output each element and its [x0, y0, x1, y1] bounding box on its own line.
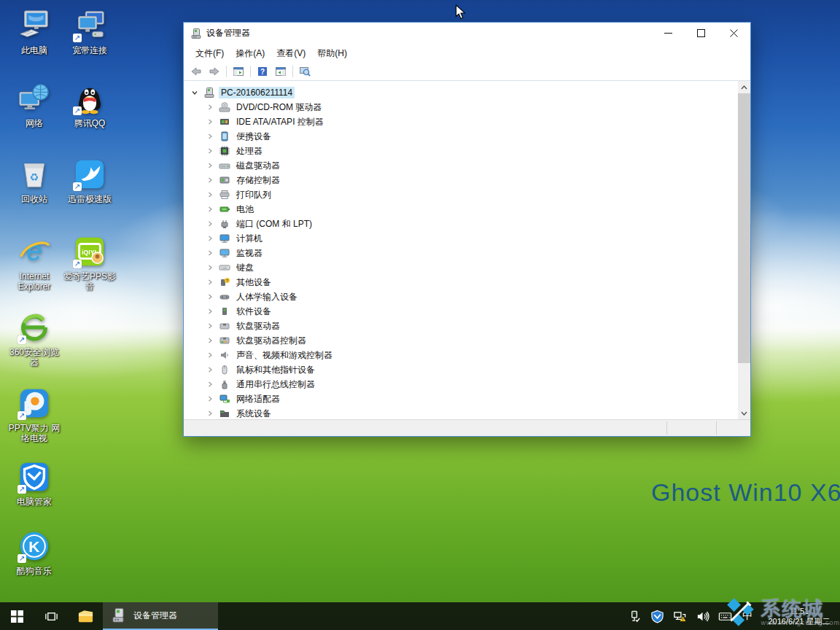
desktop-icon-network-globe[interactable]: 网络: [7, 82, 61, 128]
chevron-right-icon[interactable]: [206, 191, 214, 198]
tree-item[interactable]: 人体学输入设备: [184, 289, 738, 304]
task-view-button[interactable]: [34, 602, 69, 630]
tree-item[interactable]: 网络适配器: [184, 392, 738, 406]
tree-item-label[interactable]: 计算机: [234, 232, 265, 246]
tree-item[interactable]: 电池: [184, 202, 738, 217]
chevron-right-icon[interactable]: [206, 264, 214, 271]
tree-item-label[interactable]: 人体学输入设备: [234, 290, 300, 304]
tree-item-label[interactable]: PC-201606211114: [219, 87, 295, 98]
tree-item-label[interactable]: 端口 (COM 和 LPT): [234, 217, 314, 231]
tree-item[interactable]: DVD/CD-ROM 驱动器: [184, 100, 738, 114]
chevron-right-icon[interactable]: [206, 220, 214, 228]
desktop-icon-pc-manager-shield[interactable]: ↗电脑管家: [7, 460, 61, 507]
chevron-right-icon[interactable]: [206, 235, 214, 242]
file-explorer-button[interactable]: [69, 602, 103, 630]
menu-item-3[interactable]: 帮助(H): [311, 44, 353, 63]
properties-button[interactable]: [273, 64, 289, 79]
back-button[interactable]: [188, 64, 204, 79]
tree-item-label[interactable]: 处理器: [234, 144, 265, 158]
desktop-icon-kugou-music[interactable]: K↗酷狗音乐: [7, 529, 61, 576]
chevron-right-icon[interactable]: [206, 162, 214, 169]
tree-item-label[interactable]: DVD/CD-ROM 驱动器: [234, 101, 324, 114]
scrollbar-track[interactable]: [738, 93, 750, 407]
tree-item[interactable]: 计算机: [184, 231, 738, 246]
help-button[interactable]: ?: [254, 64, 271, 79]
scroll-down-button[interactable]: [738, 407, 750, 419]
tree-item-label[interactable]: 软盘驱动器: [234, 319, 282, 333]
chevron-right-icon[interactable]: [206, 395, 214, 402]
tree-item[interactable]: 存储控制器: [184, 173, 738, 187]
chevron-right-icon[interactable]: [206, 147, 214, 155]
chevron-down-icon[interactable]: [191, 89, 198, 96]
tree-item-label[interactable]: 其他设备: [234, 276, 273, 289]
tree-item-label[interactable]: 通用串行总线控制器: [234, 378, 317, 392]
tree-item-label[interactable]: 便携设备: [234, 130, 273, 144]
tree-item[interactable]: 键盘: [184, 260, 738, 275]
desktop-icon-360-browser[interactable]: ↗360安全浏览器: [7, 311, 61, 368]
security-shield-tray-button[interactable]: [646, 602, 669, 630]
menu-item-1[interactable]: 操作(A): [230, 44, 271, 63]
minimize-button[interactable]: [652, 23, 685, 44]
maximize-button[interactable]: [685, 23, 718, 44]
tree-item[interactable]: 监视器: [184, 246, 738, 260]
volume-tray-button[interactable]: [691, 602, 714, 630]
desktop-icon-iqiyi-pps[interactable]: iQIYI↗爱奇艺PPS影音: [63, 235, 117, 292]
chevron-right-icon[interactable]: [206, 104, 214, 111]
close-button[interactable]: [718, 23, 750, 44]
chevron-right-icon[interactable]: [206, 176, 214, 184]
taskbar-app-device-manager[interactable]: 设备管理器: [103, 602, 218, 630]
vertical-scrollbar[interactable]: [738, 81, 750, 419]
ime-indicator[interactable]: 中: [736, 602, 758, 630]
chevron-right-icon[interactable]: [206, 410, 214, 417]
forward-button[interactable]: [206, 64, 222, 79]
tree-item-label[interactable]: 软件设备: [234, 305, 273, 319]
network-warning-tray-button[interactable]: [669, 602, 691, 630]
tree-item-label[interactable]: 磁盘驱动器: [234, 159, 282, 173]
chevron-right-icon[interactable]: [206, 366, 214, 373]
tree-item[interactable]: 磁盘驱动器: [184, 158, 738, 173]
menu-item-0[interactable]: 文件(F): [190, 44, 230, 63]
touch-keyboard-tray-button[interactable]: [714, 602, 736, 630]
desktop-icon-pptv[interactable]: ↗PPTV聚力 网络电视: [7, 386, 61, 443]
tree-item-root[interactable]: PC-201606211114: [184, 85, 738, 100]
tree-item[interactable]: 鼠标和其他指针设备: [184, 362, 738, 377]
show-console-tree-button[interactable]: [230, 64, 246, 79]
taskbar-clock[interactable]: 11:51 2016/6/21 星期二: [758, 602, 840, 630]
tree-item-label[interactable]: 打印队列: [234, 188, 273, 202]
start-button[interactable]: [0, 602, 34, 630]
desktop-icon-recycle-bin[interactable]: ♻回收站: [7, 158, 61, 204]
tree-item-label[interactable]: IDE ATA/ATAPI 控制器: [234, 115, 326, 129]
chevron-right-icon[interactable]: [206, 293, 214, 300]
usb-device-tray-button[interactable]: [623, 602, 646, 630]
chevron-right-icon[interactable]: [206, 322, 214, 330]
chevron-right-icon[interactable]: [206, 133, 214, 140]
tree-item[interactable]: ?其他设备: [184, 275, 738, 289]
tree-item[interactable]: 系统设备: [184, 406, 738, 419]
chevron-right-icon[interactable]: [206, 279, 214, 286]
chevron-right-icon[interactable]: [206, 249, 214, 257]
tree-item[interactable]: 端口 (COM 和 LPT): [184, 217, 738, 231]
desktop-icon-broadband-connection[interactable]: ↗宽带连接: [63, 9, 117, 55]
tree-item[interactable]: 处理器: [184, 144, 738, 158]
chevron-right-icon[interactable]: [206, 308, 214, 315]
menu-item-2[interactable]: 查看(V): [271, 44, 311, 63]
desktop-icon-this-pc[interactable]: 此电脑: [7, 9, 61, 55]
desktop-icon-thunder-bird[interactable]: ↗迅雷极速版: [63, 158, 117, 204]
tree-item-label[interactable]: 电池: [234, 203, 256, 217]
tree-item-label[interactable]: 声音、视频和游戏控制器: [234, 349, 335, 362]
tree-item-label[interactable]: 软盘驱动器控制器: [234, 334, 308, 348]
tree-item[interactable]: IDE ATA/ATAPI 控制器: [184, 114, 738, 129]
tree-item[interactable]: 通用串行总线控制器: [184, 377, 738, 392]
desktop-icon-qq-penguin[interactable]: ↗腾讯QQ: [63, 82, 117, 128]
tree-item[interactable]: 打印队列: [184, 187, 738, 202]
tree-item-label[interactable]: 存储控制器: [234, 174, 282, 187]
window-titlebar[interactable]: 设备管理器: [184, 23, 750, 44]
tree-item[interactable]: 软盘驱动器控制器: [184, 333, 738, 348]
tree-item-label[interactable]: 键盘: [234, 261, 256, 275]
tree-item[interactable]: 便携设备: [184, 129, 738, 144]
scan-hardware-button[interactable]: [297, 64, 313, 79]
chevron-right-icon[interactable]: [206, 351, 214, 359]
tree-item-label[interactable]: 网络适配器: [234, 392, 282, 406]
scrollbar-thumb[interactable]: [738, 93, 750, 363]
tree-item[interactable]: 软盘驱动器: [184, 319, 738, 333]
